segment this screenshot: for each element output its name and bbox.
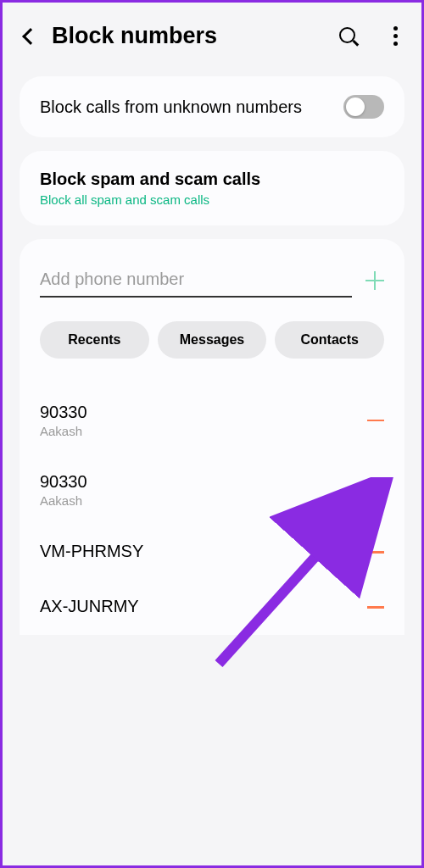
search-icon[interactable] — [339, 27, 358, 46]
more-icon[interactable] — [387, 23, 404, 49]
blocked-number: 90330 — [40, 472, 367, 492]
list-item: 90330 Aakash — [40, 386, 384, 455]
blocked-number: 90330 — [40, 403, 367, 422]
list-item: VM-PHRMSY — [40, 525, 384, 580]
header-bar: Block numbers — [20, 23, 404, 49]
block-spam-card[interactable]: Block spam and scam calls Block all spam… — [20, 151, 404, 225]
blocked-list: 90330 Aakash 90330 Aakash VM-PHRMSY AX-J… — [20, 376, 404, 635]
recents-chip[interactable]: Recents — [40, 321, 149, 359]
add-number-section: Recents Messages Contacts — [20, 239, 404, 376]
page-title: Block numbers — [52, 23, 324, 49]
contacts-chip[interactable]: Contacts — [275, 321, 384, 359]
blocked-name: Aakash — [40, 493, 367, 508]
remove-icon[interactable] — [367, 551, 384, 554]
back-icon[interactable] — [22, 28, 39, 45]
block-unknown-card: Block calls from unknown numbers — [20, 76, 404, 137]
block-spam-title: Block spam and scam calls — [40, 170, 384, 189]
blocked-number: VM-PHRMSY — [40, 542, 367, 561]
blocked-number: AX-JUNRMY — [40, 597, 367, 616]
remove-icon[interactable] — [367, 489, 384, 492]
messages-chip[interactable]: Messages — [158, 321, 267, 359]
list-item: 90330 Aakash — [40, 455, 384, 525]
remove-icon[interactable] — [367, 420, 384, 422]
block-unknown-label: Block calls from unknown numbers — [40, 96, 330, 119]
list-item: AX-JUNRMY — [40, 580, 384, 635]
add-icon[interactable] — [365, 271, 384, 290]
phone-input[interactable] — [40, 263, 352, 298]
block-spam-subtitle: Block all spam and scam calls — [40, 192, 384, 207]
remove-icon[interactable] — [367, 606, 384, 609]
block-unknown-toggle[interactable] — [343, 95, 384, 119]
blocked-name: Aakash — [40, 424, 367, 438]
source-chips: Recents Messages Contacts — [40, 321, 384, 359]
